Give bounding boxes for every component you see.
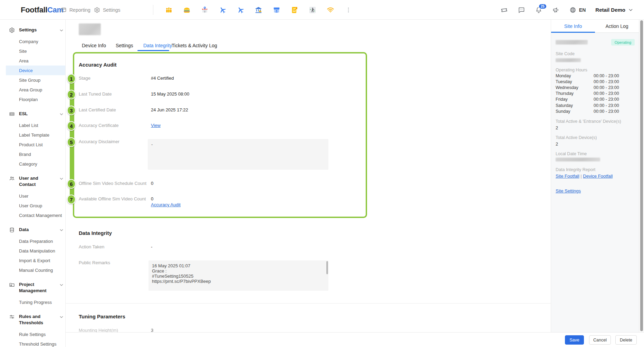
hour-row: Saturday00:00 - 23:00 [556,102,632,108]
logo-text-footfall: Footfall [21,6,47,14]
callout-number-1: 1 [67,74,76,83]
ticket-icon[interactable] [500,6,508,14]
footfallcam-logo[interactable]: FootfallCam [21,0,64,20]
delete-button[interactable]: Delete [615,335,637,345]
hour-row: Thursday00:00 - 23:00 [556,91,632,97]
language-selector[interactable]: EN [569,7,586,13]
chat-icon[interactable] [518,6,525,14]
sidebar-item-threshold-settings[interactable]: Threshold Settings [0,339,65,347]
local-date-time-label: Local Date Time [556,151,587,156]
tab-action-log[interactable]: Action Log [595,20,639,32]
burger-icon[interactable] [183,6,191,14]
report-chart-icon[interactable] [291,6,298,14]
hour-row: Tuesday00:00 - 23:00 [556,79,632,85]
tuning-parameters-title: Tuning Parameters [79,314,125,319]
sidebar-item-data-manipulation[interactable]: Data Manipulation [0,246,65,256]
sidebar-section-data: Data Data Preparation Data Manipulation … [0,225,65,275]
sidebar-item-data-preparation[interactable]: Data Preparation [0,236,65,246]
people-group-icon[interactable] [165,6,173,14]
sidebar-item-product-list[interactable]: Product List [0,140,65,149]
airplane-icon-2[interactable] [237,6,244,14]
callout-number-5: 5 [67,137,76,147]
chevron-down-icon [60,315,63,319]
hour-row: Wednesday00:00 - 23:00 [556,85,632,90]
sidebar-section-settings: Settings Company Site Area Device Site G… [0,25,65,104]
save-button[interactable]: Save [565,335,584,345]
sidebar-section-project-management: Project Management Tuning Progress [0,280,65,307]
sidebar-header-rules-thresholds[interactable]: Rules and Thresholds [0,312,65,328]
site-footfall-link[interactable]: Site Footfall [556,174,579,179]
language-code: EN [579,7,586,13]
sidebar-item-label-template[interactable]: Label Template [0,130,65,140]
gear-icon [94,7,100,13]
sidebar-item-floorplan[interactable]: Floorplan [0,95,65,104]
tab-site-info[interactable]: Site Info [551,20,595,32]
store-pin-icon[interactable] [201,6,209,14]
app-screen: FootfallCam Reporting Settings [0,0,644,347]
account-menu[interactable]: Retail Demo [595,7,633,13]
time-range: 00:00 - 23:00 [594,85,619,90]
sidebar-item-contact-management[interactable]: Contact Management [0,210,65,220]
sidebar-item-brand[interactable]: Brand [0,149,65,159]
sidebar-header-label: Rules and Thresholds [19,314,56,326]
sidebar-item-tuning-progress[interactable]: Tuning Progress [0,297,65,307]
callout-number-3: 3 [67,106,76,115]
sidebar-item-import-export[interactable]: Import & Export [0,256,65,265]
page-scrollbar[interactable] [639,20,644,332]
tab-settings[interactable]: Settings [116,41,133,50]
sidebar-item-company[interactable]: Company [0,37,65,46]
sidebar-item-category[interactable]: Category [0,159,65,169]
pedestrian-icon[interactable] [309,6,316,14]
public-remarks-textarea[interactable]: 16 May 2025 01:07 Grace : #TuneSetting15… [148,260,328,291]
tab-tickets-activity-log[interactable]: Tickets & Activity Log [172,41,217,50]
tab-data-integrity[interactable]: Data Integrity [143,41,172,50]
navbar-right-cluster: 25 EN Retail Demo [500,0,633,20]
users-icon [9,176,15,181]
nav-reporting[interactable]: Reporting [61,0,90,20]
account-name: Retail Demo [595,7,625,13]
sidebar-section-esl: ESL Label List Label Template Product Li… [0,109,65,169]
sidebar-item-label-list[interactable]: Label List [0,120,65,130]
sidebar-item-area-group[interactable]: Area Group [0,85,65,95]
site-settings-link[interactable]: Site Settings [556,188,581,194]
storefront-icon[interactable] [273,6,280,14]
airplane-icon-1[interactable] [219,6,227,14]
wifi-icon[interactable] [327,6,334,14]
callout-number-6: 6 [67,179,76,189]
scrollbar-thumb[interactable] [640,20,643,331]
sidebar-header-settings[interactable]: Settings [0,25,65,35]
sidebar-item-site[interactable]: Site [0,46,65,56]
callout-number-4: 4 [67,121,76,131]
sidebar-header-data[interactable]: Data [0,225,65,235]
tab-device-info[interactable]: Device Info [82,41,106,50]
sidebar-item-user-group[interactable]: User Group [0,201,65,210]
data-integrity-title: Data Integrity [79,230,112,236]
sidebar-item-site-group[interactable]: Site Group [0,75,65,85]
sidebar-header-label: User and Contact [19,175,56,188]
annotation-highlight-box [73,52,367,218]
sidebar-item-manual-counting[interactable]: Manual Counting [0,265,65,275]
device-name-redacted [79,23,101,35]
megaphone-icon[interactable] [552,6,560,14]
main-content: Device Info Settings Data Integrity Tick… [66,20,551,332]
sidebar-item-user[interactable]: User [0,191,65,201]
section-divider [66,303,551,304]
more-apps-kebab-icon[interactable] [345,6,352,14]
hour-row: Sunday00:00 - 23:00 [556,108,632,114]
mounting-height-label: Mounting Height(m) [79,328,118,332]
cancel-button[interactable]: Cancel [589,335,611,345]
sidebar-item-area[interactable]: Area [0,56,65,66]
sidebar-header-esl[interactable]: ESL [0,109,65,119]
notifications-bell-icon[interactable]: 25 [535,6,542,14]
bank-icon[interactable] [255,6,262,14]
sidebar-header-user-contact[interactable]: User and Contact [0,174,65,189]
sidebar-item-device[interactable]: Device [6,66,65,75]
textarea-scrollbar[interactable] [326,261,328,274]
chevron-down-icon [60,177,63,180]
device-footfall-link[interactable]: Device Footfall [583,174,613,179]
sidebar-item-rule-settings[interactable]: Rule Settings [0,329,65,339]
sidebar-header-project-management[interactable]: Project Management [0,280,65,296]
time-range: 00:00 - 23:00 [594,79,619,84]
time-range: 00:00 - 23:00 [594,73,619,78]
nav-settings[interactable]: Settings [94,0,121,20]
